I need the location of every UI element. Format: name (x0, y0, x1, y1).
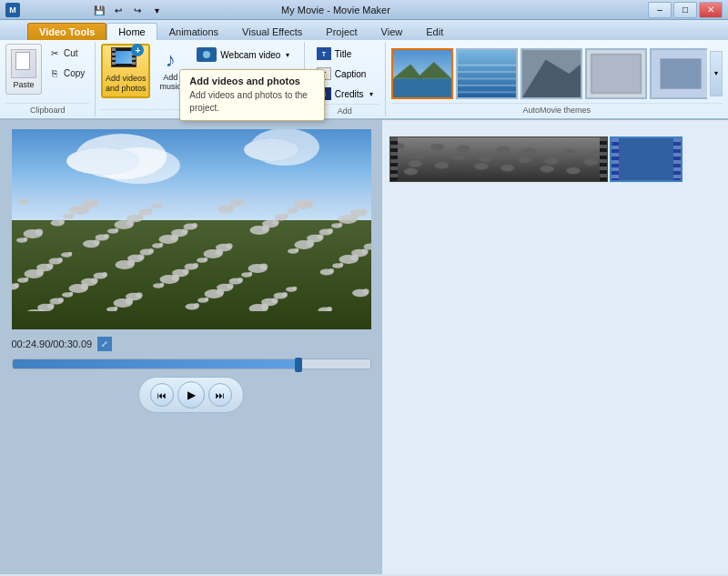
birds-container (12, 184, 371, 311)
timeline-progress (13, 359, 298, 369)
theme-thumb-5[interactable] (650, 48, 707, 99)
rewind-button[interactable]: ⏮ (150, 383, 174, 407)
webcam-dropdown-icon: ▾ (286, 51, 289, 59)
cut-copy-container: ✂ Cut ⎘ Copy (44, 44, 89, 82)
clipboard-content: Paste ✂ Cut ⎘ Copy (5, 44, 89, 103)
app-icon: M (5, 3, 20, 17)
cloud-2 (244, 138, 298, 161)
paste-label: Paste (13, 80, 34, 89)
title-button[interactable]: T Title (310, 44, 379, 64)
automovie-group: ▾ AutoMovie themes (386, 42, 728, 116)
birds-canvas (12, 184, 371, 311)
title-label: Title (335, 49, 352, 59)
paste-icon (11, 49, 36, 78)
scroll-right-button[interactable]: ▾ (710, 51, 723, 96)
film-canvas-2 (619, 138, 673, 180)
cut-label: Cut (64, 48, 78, 58)
forward-button[interactable]: ⏭ (208, 383, 232, 407)
theme-canvas-1 (393, 50, 451, 97)
film-content-2 (619, 138, 673, 180)
tab-video-tools[interactable]: Video Tools (27, 23, 106, 40)
main-area: 00:24.90/00:30.09 ⤢ ⏮ ▶ ⏭ (0, 120, 728, 574)
sprocket-left-2 (612, 138, 619, 180)
preview-panel: 00:24.90/00:30.09 ⤢ ⏮ ▶ ⏭ (0, 120, 382, 574)
theme-canvas-2 (458, 50, 516, 97)
cloud-1 (66, 147, 139, 175)
expand-button[interactable]: ⤢ (97, 337, 112, 351)
window-controls: – □ ✕ (648, 2, 723, 18)
maximize-button[interactable]: □ (673, 2, 697, 18)
scissors-icon: ✂ (48, 46, 61, 59)
add-videos-tooltip: Add videos and photos Add videos and pho… (179, 69, 325, 121)
music-icon: ♪ (159, 47, 181, 73)
cut-button[interactable]: ✂ Cut (44, 44, 89, 62)
tab-animations[interactable]: Animations (157, 23, 230, 40)
theme-thumb-3[interactable] (521, 48, 582, 99)
theme-thumb-1[interactable] (391, 48, 453, 99)
timeline-scrubber[interactable] (12, 359, 371, 369)
tab-home[interactable]: Home (106, 23, 157, 40)
close-button[interactable]: ✕ (699, 2, 723, 18)
add-videos-button[interactable]: + Add videos and photos (101, 44, 150, 98)
add-videos-icon: + (111, 47, 140, 72)
qat-undo[interactable]: ↩ (110, 3, 126, 17)
copy-button[interactable]: ⎘ Copy (44, 64, 89, 82)
ribbon: Paste ✂ Cut ⎘ Copy Clipboard (0, 40, 728, 120)
caption-label: Caption (335, 69, 366, 79)
clipboard-label: Clipboard (5, 103, 89, 115)
tooltip-title: Add videos and photos (189, 76, 315, 86)
timecode-row: 00:24.90/00:30.09 ⤢ (12, 337, 371, 351)
quick-access-toolbar: 💾 ↩ ↪ ▾ (91, 3, 165, 17)
title-bar: M 💾 ↩ ↪ ▾ My Movie - Movie Maker – □ ✕ (0, 0, 728, 20)
film-strip-2[interactable] (610, 136, 682, 182)
qat-save[interactable]: 💾 (91, 3, 107, 17)
tab-view[interactable]: View (369, 23, 415, 40)
webcam-icon (197, 47, 217, 62)
theme-canvas-5 (652, 50, 707, 97)
credits-label: Credits (335, 89, 364, 99)
timecode-text: 00:24.90/00:30.09 (12, 339, 93, 349)
ribbon-tabs: Video Tools Home Animations Visual Effec… (0, 20, 728, 40)
automovie-content: ▾ (391, 44, 723, 103)
theme-thumbnails (391, 48, 707, 99)
storyboard-panel (382, 120, 728, 574)
film-strip-container (389, 136, 721, 182)
film-canvas-1 (398, 137, 600, 181)
clipboard-group: Paste ✂ Cut ⎘ Copy Clipboard (0, 42, 96, 116)
sprocket-right-2 (673, 138, 681, 180)
webcam-button[interactable]: Webcam video ▾ (190, 44, 298, 66)
add-videos-group: + Add videos and photos ♪ Add music Webc… (96, 42, 304, 116)
tooltip-body: Add videos and photos to the project. (189, 89, 315, 115)
sprocket-left-1 (390, 137, 398, 181)
timeline-thumb (295, 358, 302, 372)
video-preview (12, 129, 371, 329)
paste-button[interactable]: Paste (5, 44, 42, 95)
copy-icon: ⎘ (48, 66, 61, 79)
qat-dropdown[interactable]: ▾ (148, 3, 165, 17)
film-inner (116, 51, 132, 64)
timecode-display: 00:24.90/00:30.09 (12, 339, 93, 349)
theme-thumb-2[interactable] (456, 48, 518, 99)
play-button[interactable]: ▶ (177, 381, 205, 409)
copy-label: Copy (64, 68, 85, 78)
theme-canvas-4 (587, 50, 645, 97)
film-content-1 (398, 137, 600, 181)
credits-dropdown-icon: ▾ (369, 90, 373, 98)
title-icon: T (317, 47, 331, 60)
theme-canvas-3 (522, 50, 581, 97)
theme-thumb-4[interactable] (585, 48, 647, 99)
tab-project[interactable]: Project (314, 23, 369, 40)
add-videos-label: Add videos and photos (106, 74, 147, 95)
webcam-label: Webcam video (220, 50, 280, 60)
playback-controls: ⏮ ▶ ⏭ (138, 377, 244, 413)
tab-edit[interactable]: Edit (414, 23, 455, 40)
tab-visual-effects[interactable]: Visual Effects (230, 23, 314, 40)
minimize-button[interactable]: – (648, 2, 672, 18)
cam-lens (203, 51, 210, 58)
qat-redo[interactable]: ↪ (129, 3, 146, 17)
film-strip-1[interactable] (389, 136, 608, 182)
sprocket-right-1 (600, 137, 607, 181)
automovie-label: AutoMovie themes (391, 103, 723, 115)
